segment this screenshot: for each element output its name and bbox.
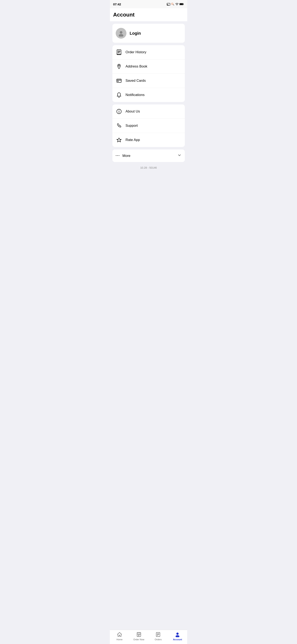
svg-point-1 <box>171 3 173 5</box>
nav-label-orders: Orders <box>155 638 162 641</box>
order-now-nav-icon <box>136 632 142 638</box>
svg-rect-4 <box>183 4 184 4</box>
svg-rect-12 <box>117 81 119 82</box>
map-pin-icon <box>116 63 122 70</box>
main-content: Login Order History Address <box>110 21 187 192</box>
nav-item-orders[interactable]: Orders <box>148 632 168 641</box>
svg-point-6 <box>120 31 122 34</box>
status-bar: 07:42 <box>110 0 187 8</box>
wifi-icon <box>175 3 179 6</box>
menu-group-2: About Us Support Rate App <box>112 104 185 147</box>
nav-label-account: Account <box>173 638 182 641</box>
chevron-down-icon <box>177 153 182 158</box>
menu-label-order-history: Order History <box>126 50 146 54</box>
user-avatar-icon <box>118 30 124 36</box>
nav-label-home: Home <box>117 638 122 641</box>
more-card: ··· More <box>112 150 185 162</box>
menu-item-notifications[interactable]: Notifications <box>112 88 185 102</box>
svg-point-9 <box>118 65 120 66</box>
status-time: 07:42 <box>113 2 121 6</box>
menu-item-address-book[interactable]: Address Book <box>112 59 185 74</box>
menu-item-about-us[interactable]: About Us <box>112 104 185 118</box>
menu-label-rate-app: Rate App <box>126 138 140 142</box>
battery-icon <box>179 3 184 6</box>
star-icon <box>116 137 122 143</box>
account-nav-icon <box>175 632 180 638</box>
key-icon <box>171 3 175 6</box>
menu-label-about-us: About Us <box>126 110 140 114</box>
status-icons <box>167 3 184 6</box>
svg-rect-17 <box>137 632 141 636</box>
menu-item-saved-cards[interactable]: Saved Cards <box>112 74 185 88</box>
menu-label-saved-cards: Saved Cards <box>126 79 146 83</box>
more-label: More <box>122 154 131 158</box>
svg-point-24 <box>176 635 179 637</box>
page-title: Account <box>113 12 184 18</box>
receipt-icon <box>116 49 122 56</box>
login-row[interactable]: Login <box>112 24 185 43</box>
home-nav-icon <box>117 632 122 638</box>
bell-icon <box>116 92 122 98</box>
nav-item-order-now[interactable]: Order Now <box>129 632 148 641</box>
menu-label-notifications: Notifications <box>126 93 145 97</box>
nav-item-home[interactable]: Home <box>110 632 129 641</box>
svg-rect-5 <box>180 4 183 5</box>
menu-item-rate-app[interactable]: Rate App <box>112 133 185 147</box>
more-dots: ··· <box>116 154 120 158</box>
credit-card-icon <box>116 78 122 84</box>
cast-icon <box>167 3 170 6</box>
more-row[interactable]: ··· More <box>112 150 185 162</box>
menu-label-address-book: Address Book <box>126 64 147 68</box>
page-header: Account <box>110 8 187 21</box>
version-text: 10.28 - 50146 <box>110 164 187 172</box>
orders-nav-icon <box>155 632 161 638</box>
bottom-nav: Home Order Now Orders <box>110 630 187 644</box>
menu-group-1: Order History Address Book Saved Card <box>112 45 185 102</box>
menu-label-support: Support <box>126 124 138 128</box>
svg-rect-10 <box>117 79 121 82</box>
menu-item-order-history[interactable]: Order History <box>112 45 185 59</box>
svg-point-23 <box>177 633 179 635</box>
login-label: Login <box>130 31 141 36</box>
svg-point-15 <box>119 110 119 110</box>
phone-icon <box>116 122 122 129</box>
svg-point-7 <box>119 34 123 36</box>
login-card: Login <box>112 24 185 43</box>
avatar <box>116 28 126 38</box>
svg-point-2 <box>177 5 177 5</box>
menu-item-support[interactable]: Support <box>112 118 185 133</box>
info-icon <box>116 108 122 115</box>
nav-label-order-now: Order Now <box>133 638 144 641</box>
more-left: ··· More <box>116 154 131 158</box>
nav-item-account[interactable]: Account <box>168 632 187 641</box>
svg-marker-16 <box>117 138 121 142</box>
